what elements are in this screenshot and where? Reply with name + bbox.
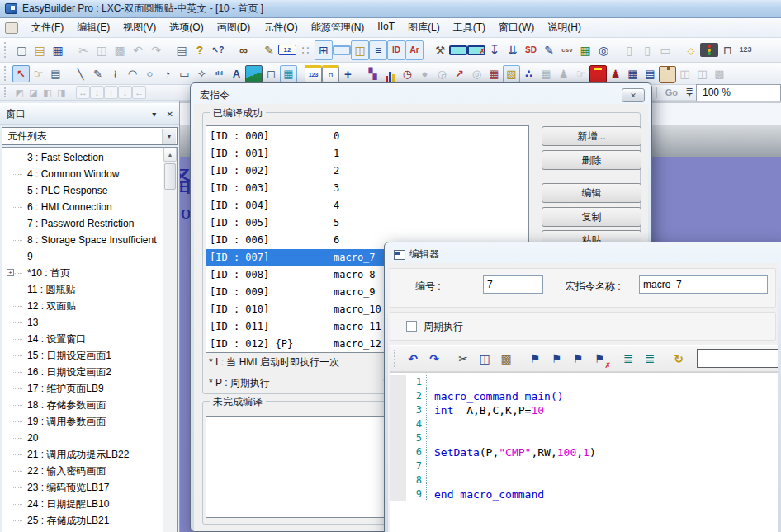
draw-pie-icon[interactable]: ◔	[159, 65, 176, 82]
insert-image-icon[interactable]	[245, 65, 263, 82]
undo-icon[interactable]: ↶	[129, 40, 147, 60]
copy-gray-icon[interactable]: ◫	[693, 65, 711, 82]
align-bottom-icon[interactable]: ↓	[118, 86, 132, 99]
toolbar-grip[interactable]	[4, 42, 9, 59]
macro-list-row[interactable]: [ID : 001]1	[206, 145, 528, 162]
scroll-up-arrow-icon[interactable]: ▲	[163, 148, 177, 162]
numeric-input-icon[interactable]: 123	[736, 40, 755, 60]
expand-icon[interactable]: +	[7, 269, 14, 276]
macro-list-row[interactable]: [ID : 005]5	[206, 214, 528, 232]
toggle-switch-icon[interactable]: ⊓	[718, 40, 736, 60]
layer-up-icon[interactable]: ◧	[40, 86, 54, 99]
tree-item[interactable]: 18 : 存储参数画面	[2, 397, 163, 413]
code-line[interactable]: 3int A,B,C,K,P=10	[390, 403, 778, 417]
layer-bottom-icon[interactable]: ◪	[26, 86, 40, 99]
delete-macro-button[interactable]: 删除	[542, 150, 641, 170]
help-icon[interactable]: ?	[191, 40, 209, 60]
align-vcenter-icon[interactable]: ↕	[90, 86, 104, 99]
draw-freehand-icon[interactable]: ✎	[89, 65, 106, 82]
scheduler-icon[interactable]: ▦	[624, 65, 641, 82]
tree-item[interactable]: 6 : HMI Connection	[2, 199, 163, 215]
function-pen-icon[interactable]: ✎	[260, 40, 278, 60]
periodic-exec-checkbox[interactable]	[406, 321, 417, 332]
hand-pan-icon[interactable]: ☞	[30, 65, 47, 82]
toolbar-grip[interactable]	[4, 87, 9, 97]
document-icon[interactable]	[5, 22, 18, 34]
chevron-down-icon[interactable]: ▾	[162, 129, 176, 144]
code-line[interactable]: 5	[390, 431, 778, 445]
menu-item-1[interactable]: 编辑(E)	[70, 18, 116, 37]
code-line[interactable]: 9end macro_command	[390, 487, 778, 501]
draw-arc-icon[interactable]: ◠	[124, 65, 141, 82]
tree-item[interactable]: 9	[2, 248, 163, 265]
tree-scrollbar[interactable]: ▲	[163, 148, 177, 532]
draw-polygon-icon[interactable]: ✧	[193, 65, 211, 82]
align-hcenter-icon[interactable]: ↔	[76, 86, 90, 99]
id-display-toggle-icon[interactable]: ID	[387, 40, 405, 60]
editor-redo-icon[interactable]: ↷	[424, 348, 445, 369]
menu-item-11[interactable]: 说明(H)	[541, 18, 588, 37]
usb-device-icon[interactable]: ▯	[620, 40, 638, 60]
document-gray-icon[interactable]: ◫	[676, 65, 693, 82]
toolbar-grip[interactable]	[394, 350, 399, 367]
trend-display-icon[interactable]: ↗	[451, 65, 468, 82]
menu-item-8[interactable]: 图库(L)	[401, 18, 447, 37]
simulation-online-icon[interactable]	[449, 45, 467, 55]
event-display-icon[interactable]: ▧	[503, 65, 520, 82]
window-cascade-toggle-icon[interactable]: ◫	[351, 40, 369, 60]
menu-item-7[interactable]: IIoT	[371, 18, 401, 37]
numeric-object-icon[interactable]: 123	[305, 65, 322, 82]
bar-graph-icon[interactable]	[381, 65, 399, 82]
tree-item[interactable]: 16 : 日期设定画面2	[2, 364, 163, 380]
code-line[interactable]: 8	[390, 473, 778, 487]
tree-item[interactable]: 22 : 输入密码画面	[2, 463, 163, 479]
draw-rect-icon[interactable]: ▭	[176, 65, 193, 82]
menu-item-6[interactable]: 能源管理(N)	[305, 18, 372, 37]
tree-item[interactable]: 11 : 圆瓶贴	[2, 281, 163, 298]
tree-item[interactable]: 23 : 编码预览LB17	[2, 479, 163, 496]
go-button[interactable]: Go	[660, 87, 683, 97]
element-list-dropdown[interactable]: 元件列表 ▾	[2, 127, 178, 145]
draw-panel-icon[interactable]: ◻	[263, 65, 280, 82]
draw-circle-icon[interactable]: ○	[141, 65, 159, 82]
address-display-toggle-icon[interactable]: Ar	[405, 40, 424, 60]
panel-menu-icon[interactable]: ▾	[152, 110, 156, 119]
align-top-icon[interactable]: ↑	[104, 86, 118, 99]
print-icon[interactable]: ▤	[173, 40, 191, 60]
bookmark-clear-icon[interactable]: ⚑✗	[589, 348, 610, 369]
bookmark-next-icon[interactable]: ⚑	[546, 348, 567, 369]
macro-id-input[interactable]	[483, 275, 543, 294]
alarm-bar-icon[interactable]	[589, 65, 607, 82]
toolbar-grip[interactable]	[4, 66, 9, 81]
bottle-template-icon[interactable]	[659, 66, 676, 83]
history-table-icon[interactable]: ▦	[485, 65, 503, 82]
tree-item[interactable]: 21 : 调用成功提示LB22	[2, 446, 163, 463]
pick-object-icon[interactable]: ☞	[572, 65, 589, 82]
recipe-table-icon[interactable]: ▦	[576, 40, 594, 60]
grid-dots-icon[interactable]: ∷	[296, 40, 315, 60]
tree-item[interactable]: 13	[2, 314, 163, 331]
macro-dialog-titlebar[interactable]: 宏指令 ✕	[194, 87, 648, 104]
edit-data-icon[interactable]: ✎	[540, 40, 558, 60]
snap-toggle-icon[interactable]: ⊞	[315, 40, 333, 60]
macro-list-row[interactable]: [ID : 002]2	[206, 162, 528, 180]
macro-list-row[interactable]: [ID : 000]0	[206, 128, 528, 145]
csv-export-icon[interactable]: csv	[558, 40, 576, 60]
xy-plot-icon[interactable]: ∴	[520, 65, 537, 82]
align-left-icon[interactable]: ←	[132, 86, 146, 99]
find-replace-icon[interactable]: ↻	[668, 348, 689, 369]
layer-down-icon[interactable]: ◨	[54, 86, 69, 99]
tree-item[interactable]: 25 : 存储成功LB21	[2, 512, 163, 529]
add-macro-button[interactable]: 新增...	[542, 126, 641, 146]
download-usb-icon[interactable]: ⇊	[504, 40, 522, 60]
panel-close-icon[interactable]: ✕	[167, 110, 173, 119]
indent-icon[interactable]: ≣	[618, 348, 639, 369]
save-icon[interactable]: ▦	[49, 40, 67, 60]
code-line[interactable]: 4	[390, 417, 778, 431]
close-icon[interactable]: ✕	[622, 88, 645, 102]
menu-item-10[interactable]: 窗口(W)	[492, 18, 541, 37]
meter-display-icon[interactable]: ◷	[399, 65, 416, 82]
tree-item[interactable]: 5 : PLC Response	[2, 182, 163, 199]
macro-list-row[interactable]: [ID : 004]4	[206, 197, 528, 214]
draw-scale-icon[interactable]: ılıl	[211, 65, 228, 82]
